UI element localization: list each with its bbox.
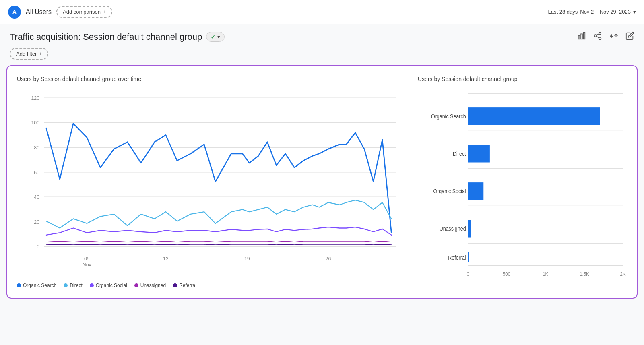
svg-text:2K: 2K xyxy=(620,271,626,277)
legend-item-organic-social: Organic Social xyxy=(90,283,127,288)
svg-text:Direct: Direct xyxy=(453,151,466,157)
add-filter-label: Add filter xyxy=(16,51,37,57)
legend-dot-organic-search xyxy=(17,283,21,287)
legend-dot-organic-social xyxy=(90,283,94,287)
svg-text:100: 100 xyxy=(31,120,40,126)
check-icon: ✓ xyxy=(211,33,216,41)
page-title: Traffic acquisition: Session default cha… xyxy=(10,32,202,42)
compare-icon[interactable] xyxy=(609,31,618,42)
bar-chart-svg: Organic Search Direct Organic Social Una… xyxy=(418,89,627,288)
add-comparison-button[interactable]: Add comparison + xyxy=(56,6,112,18)
svg-text:Nov: Nov xyxy=(83,262,92,268)
add-comparison-label: Add comparison xyxy=(63,9,101,15)
legend-dot-direct xyxy=(64,283,68,287)
svg-text:Organic Search: Organic Search xyxy=(431,113,466,120)
svg-rect-2 xyxy=(584,33,585,39)
top-bar: A All Users Add comparison + Last 28 day… xyxy=(0,0,644,24)
svg-text:120: 120 xyxy=(31,95,40,101)
main-header: Traffic acquisition: Session default cha… xyxy=(0,24,644,46)
legend-dot-unassigned xyxy=(134,283,138,287)
title-badge-button[interactable]: ✓ ▾ xyxy=(206,32,225,42)
svg-rect-0 xyxy=(578,36,580,39)
svg-text:12: 12 xyxy=(163,256,169,262)
date-range-label: Last 28 days xyxy=(548,9,578,15)
date-range-button[interactable]: Nov 2 – Nov 29, 2023 ▾ xyxy=(580,9,636,15)
svg-text:80: 80 xyxy=(34,145,39,151)
legend-item-direct: Direct xyxy=(64,283,82,288)
svg-text:Unassigned: Unassigned xyxy=(440,225,466,232)
legend: Organic Search Direct Organic Social Una… xyxy=(17,279,405,288)
main-header-left: Traffic acquisition: Session default cha… xyxy=(10,32,225,42)
bar-referral xyxy=(468,252,469,262)
add-comparison-plus-icon: + xyxy=(103,9,106,15)
avatar: A xyxy=(8,6,21,19)
legend-label-organic-search: Organic Search xyxy=(23,283,56,288)
svg-text:26: 26 xyxy=(326,256,331,262)
legend-item-organic-search: Organic Search xyxy=(17,283,56,288)
svg-text:05: 05 xyxy=(84,256,90,262)
filter-bar: Add filter + xyxy=(0,46,644,65)
right-chart: Users by Session default channel group xyxy=(418,76,627,288)
svg-text:19: 19 xyxy=(244,256,250,262)
line-chart-area: 120 100 80 60 40 20 0 05 Nov 12 19 26 xyxy=(17,89,405,275)
svg-text:20: 20 xyxy=(34,219,39,225)
bar-unassigned xyxy=(468,220,471,237)
chart-container: Users by Session default channel group o… xyxy=(6,65,638,299)
edit-icon[interactable] xyxy=(625,31,634,42)
legend-item-referral: Referral xyxy=(173,283,196,288)
legend-dot-referral xyxy=(173,283,177,287)
main-header-right xyxy=(577,31,634,42)
left-chart: Users by Session default channel group o… xyxy=(17,76,405,288)
svg-line-6 xyxy=(597,36,599,38)
svg-text:0: 0 xyxy=(37,244,39,250)
date-range-dropdown-icon: ▾ xyxy=(633,9,636,15)
share-icon[interactable] xyxy=(593,31,602,42)
legend-label-organic-social: Organic Social xyxy=(96,283,127,288)
line-chart-svg: 120 100 80 60 40 20 0 05 Nov 12 19 26 xyxy=(17,89,405,275)
legend-label-referral: Referral xyxy=(179,283,196,288)
svg-text:Organic Social: Organic Social xyxy=(433,188,466,194)
top-bar-right: Last 28 days Nov 2 – Nov 29, 2023 ▾ xyxy=(548,9,636,15)
top-bar-left: A All Users Add comparison + xyxy=(8,6,112,19)
bar-organic-social xyxy=(468,182,483,200)
svg-point-4 xyxy=(594,35,597,37)
add-filter-plus-icon: + xyxy=(39,51,42,57)
svg-text:40: 40 xyxy=(34,194,39,200)
add-filter-button[interactable]: Add filter + xyxy=(10,48,48,60)
legend-label-unassigned: Unassigned xyxy=(140,283,166,288)
svg-line-7 xyxy=(597,34,599,35)
svg-text:500: 500 xyxy=(503,271,510,277)
bar-chart-area: Organic Search Direct Organic Social Una… xyxy=(418,89,627,288)
legend-item-unassigned: Unassigned xyxy=(134,283,166,288)
legend-label-direct: Direct xyxy=(70,283,82,288)
bar-direct xyxy=(468,145,490,162)
svg-text:1K: 1K xyxy=(543,271,549,277)
right-chart-title: Users by Session default channel group xyxy=(418,76,627,82)
svg-point-5 xyxy=(599,37,601,40)
bar-chart-icon[interactable] xyxy=(577,31,586,42)
svg-rect-1 xyxy=(581,34,582,39)
all-users-label: All Users xyxy=(26,8,52,16)
bar-organic-search xyxy=(468,107,600,125)
badge-dropdown-icon: ▾ xyxy=(217,34,220,40)
svg-text:60: 60 xyxy=(34,169,39,175)
date-range-value: Nov 2 – Nov 29, 2023 xyxy=(580,9,631,15)
svg-text:Referral: Referral xyxy=(448,254,466,261)
svg-point-3 xyxy=(599,32,601,35)
svg-text:0: 0 xyxy=(467,271,469,277)
svg-text:1.5K: 1.5K xyxy=(580,271,589,277)
left-chart-title: Users by Session default channel group o… xyxy=(17,76,405,82)
